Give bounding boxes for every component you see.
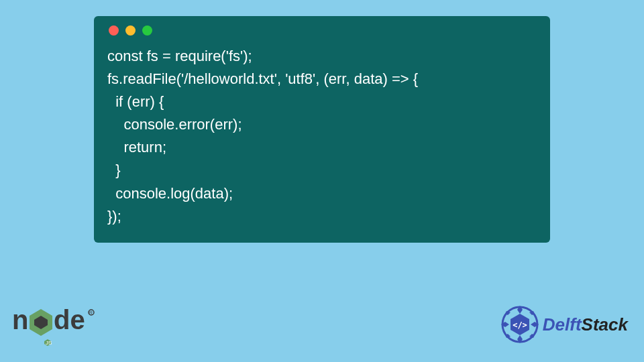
svg-text:R: R (89, 310, 93, 315)
code-block: const fs = require('fs'); fs.readFile('/… (107, 45, 537, 228)
window-traffic-lights (109, 25, 537, 36)
code-window: const fs = require('fs'); fs.readFile('/… (94, 16, 550, 243)
delftstack-logo: </> DelftStack (500, 304, 628, 345)
delftstack-text: DelftStack (543, 314, 628, 335)
node-logo: n de JS R (12, 299, 99, 346)
delft-word: Delft (543, 314, 582, 335)
stack-word: Stack (582, 314, 628, 335)
code-text: const fs = require('fs'); fs.readFile('/… (107, 45, 537, 228)
delftstack-icon: </> (500, 304, 540, 345)
maximize-icon (142, 25, 152, 36)
svg-text:de: de (54, 305, 85, 335)
svg-text:JS: JS (46, 340, 52, 346)
close-icon (109, 25, 119, 36)
svg-text:n: n (12, 305, 28, 335)
svg-text:</>: </> (513, 320, 527, 330)
minimize-icon (125, 25, 136, 36)
